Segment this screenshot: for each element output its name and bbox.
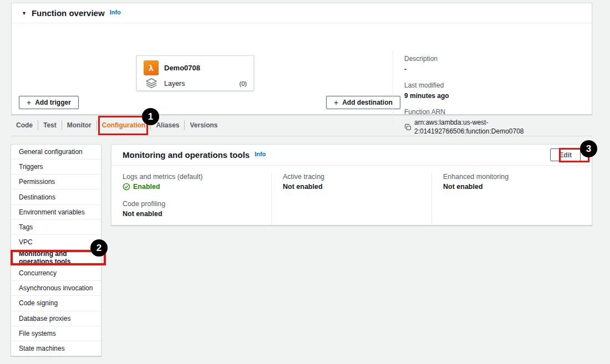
function-arn-text: arn:aws:lambda:us-west-2:014192766506:fu… [414, 118, 587, 136]
sidebar-item-state-machines[interactable]: State machines [11, 341, 101, 356]
function-overview-header: ▼ Function overview Info [12, 3, 592, 23]
field-value: Not enabled [123, 210, 260, 218]
function-details: Description-Last modified9 minutes agoFu… [404, 54, 587, 143]
plus-icon: + [27, 98, 31, 107]
copy-icon[interactable] [404, 124, 411, 131]
monitoring-panel-body: Logs and metrics (default)EnabledCode pr… [111, 166, 592, 225]
detail-value: - [404, 65, 587, 74]
monitoring-panel-title: Monitoring and operations tools [123, 150, 250, 160]
sidebar-item-permissions[interactable]: Permissions [11, 175, 101, 189]
function-card-title-row: λ Demo0708 [144, 60, 247, 75]
monitoring-panel-header: Monitoring and operations tools Info Edi… [111, 145, 592, 166]
overview-vertical-divider [393, 51, 393, 124]
function-card[interactable]: λ Demo0708 Layers (0) [136, 55, 254, 91]
panel-column-3: Enhanced monitoringNot enabled [431, 173, 592, 225]
sidebar-item-triggers[interactable]: Triggers [11, 160, 101, 175]
sidebar-item-asynchronous-invocation[interactable]: Asynchronous invocation [11, 281, 101, 296]
monitoring-panel-info-link[interactable]: Info [255, 151, 266, 157]
tab-configuration[interactable]: Configuration [97, 120, 151, 130]
tab-versions[interactable]: Versions [185, 120, 222, 130]
step-badge-3: 3 [580, 140, 597, 157]
sidebar-item-code-signing[interactable]: Code signing [11, 296, 101, 311]
function-overview-info-link[interactable]: Info [110, 9, 121, 16]
tab-monitor[interactable]: Monitor [62, 120, 97, 130]
field-label: Code profiling [123, 200, 260, 208]
panel-column-1: Logs and metrics (default)EnabledCode pr… [111, 173, 271, 225]
tabs-underline [11, 136, 592, 136]
step-badge-1: 1 [142, 108, 159, 125]
layers-label: Layers [164, 80, 185, 88]
layers-row[interactable]: Layers (0) [144, 78, 247, 89]
detail-label: Function ARN [404, 107, 587, 116]
field-label: Logs and metrics (default) [123, 173, 260, 181]
configuration-sidebar: General configurationTriggersPermissions… [11, 144, 101, 356]
sidebar-item-database-proxies[interactable]: Database proxies [11, 311, 101, 326]
lambda-console-page: ▼ Function overview Info λ Demo0708 [0, 0, 610, 364]
sidebar-item-tags[interactable]: Tags [11, 220, 101, 235]
detail-label: Last modified [404, 81, 587, 90]
sidebar-item-concurrency[interactable]: Concurrency [11, 266, 101, 281]
function-detail-description: Description- [404, 54, 587, 74]
plus-icon: + [334, 98, 338, 107]
field-code-profiling: Code profilingNot enabled [123, 200, 260, 218]
field-value: Not enabled [443, 183, 581, 191]
sidebar-item-general-configuration[interactable]: General configuration [11, 145, 101, 160]
function-overview-body: λ Demo0708 Layers (0) + [12, 23, 592, 114]
function-detail-function-arn: Function ARNarn:aws:lambda:us-west-2:014… [404, 107, 587, 136]
panel-column-2: Active tracingNot enabled [271, 173, 431, 225]
field-label: Enhanced monitoring [443, 173, 581, 181]
lambda-icon: λ [144, 60, 159, 75]
add-trigger-label: Add trigger [35, 99, 71, 106]
field-enhanced-monitoring: Enhanced monitoringNot enabled [443, 173, 581, 191]
tab-bar: CodeTestMonitorConfigurationAliasesVersi… [11, 115, 223, 135]
function-name: Demo0708 [164, 64, 200, 72]
tab-test[interactable]: Test [38, 120, 62, 130]
field-active-tracing: Active tracingNot enabled [283, 173, 420, 191]
field-value: Not enabled [283, 183, 420, 191]
field-label: Active tracing [283, 173, 420, 181]
add-trigger-button[interactable]: + Add trigger [19, 96, 79, 109]
layers-count: (0) [240, 80, 247, 87]
function-overview-title: Function overview [32, 8, 105, 18]
sidebar-item-environment-variables[interactable]: Environment variables [11, 205, 101, 220]
sidebar-item-monitoring-and-operations-tools[interactable]: Monitoring and operations tools [11, 250, 101, 266]
field-logs-and-metrics-default: Logs and metrics (default)Enabled [123, 173, 260, 191]
monitoring-panel: Monitoring and operations tools Info Edi… [111, 144, 592, 225]
layers-icon [144, 78, 159, 89]
collapse-caret-icon[interactable]: ▼ [22, 11, 27, 16]
function-overview-panel: ▼ Function overview Info λ Demo0708 [11, 3, 592, 115]
field-value-text: Enabled [133, 183, 160, 191]
sidebar-item-file-systems[interactable]: File systems [11, 326, 101, 341]
add-destination-label: Add destination [342, 99, 393, 106]
sidebar-item-vpc[interactable]: VPC [11, 235, 101, 250]
detail-value: 9 minutes ago [404, 91, 587, 100]
add-destination-button[interactable]: + Add destination [326, 96, 400, 109]
detail-label: Description [404, 54, 587, 63]
step-badge-2: 2 [90, 239, 108, 257]
check-circle-icon [123, 183, 130, 191]
edit-button[interactable]: Edit [550, 148, 581, 161]
function-detail-last-modified: Last modified9 minutes ago [404, 81, 587, 100]
detail-value: arn:aws:lambda:us-west-2:014192766506:fu… [404, 118, 587, 136]
sidebar-item-destinations[interactable]: Destinations [11, 189, 101, 204]
field-value: Enabled [123, 183, 260, 191]
tab-code[interactable]: Code [11, 120, 38, 130]
